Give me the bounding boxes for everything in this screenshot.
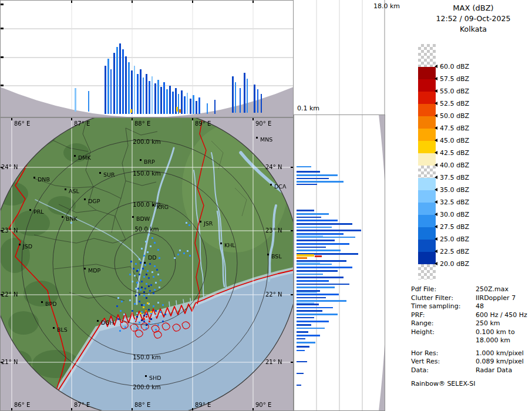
scale-label: 35.0 dBZ	[440, 186, 469, 194]
city-marker	[97, 320, 99, 322]
scale-tick-icon	[435, 225, 437, 228]
colorbar-block	[418, 129, 436, 141]
info-row: Time sampling:48	[411, 302, 532, 311]
scale-label-row: 40.0 dBZ	[435, 161, 469, 169]
city-label: ASL	[69, 188, 80, 194]
city-marker	[99, 172, 101, 174]
city-label: BRP	[144, 159, 155, 165]
lon-label: 87° E	[74, 402, 90, 408]
info-row: PRF:600 Hz / 450 Hz	[411, 311, 532, 320]
city-marker	[29, 209, 31, 211]
legend-header: MAX (dBZ) 12:52 / 09-Oct-2025 Kolkata	[415, 4, 532, 33]
city-marker	[270, 184, 272, 186]
scale-label-row: 30.0 dBZ	[435, 211, 469, 218]
scale-label: 25.0 dBZ	[440, 235, 469, 243]
scale-label-row: 60.0 dBZ	[435, 63, 469, 70]
city-marker	[153, 204, 154, 206]
city-label: DCA	[274, 183, 287, 190]
info-row: Vert Res:0.089 km/pixel	[411, 358, 532, 366]
colorbar-block	[418, 178, 436, 190]
scale-label-row: 27.5 dBZ	[435, 223, 469, 230]
scale-label: 55.0 dBZ	[440, 87, 469, 95]
lon-label: 88° E	[134, 120, 150, 127]
scale-label: 40.0 dBZ	[440, 161, 469, 169]
info-row: Hor Res:1.000 km/pixel	[411, 349, 532, 358]
scale-tick-icon	[435, 176, 437, 179]
xz-panel-svg	[0, 0, 294, 117]
radar-display-root: 18.0 km 0.1 km	[0, 0, 532, 411]
product-info-block: Pdf File:250Z.max Clutter Filter:IIRDopp…	[411, 285, 532, 388]
info-label: PRF:	[411, 311, 476, 320]
lon-label: 88° E	[134, 402, 150, 408]
info-value: 1.000 km/pixel	[476, 349, 524, 358]
info-spacer	[411, 345, 532, 349]
colorbar-block	[418, 203, 436, 215]
info-label	[411, 336, 476, 345]
colorbar-block-gap	[418, 166, 436, 178]
lon-label: 86° E	[14, 402, 30, 408]
lon-label: 86° E	[14, 120, 30, 127]
lon-label: 90° E	[255, 120, 271, 127]
colorbar-block	[418, 240, 436, 252]
colorbar-block	[418, 116, 436, 129]
info-value: 48	[476, 302, 484, 311]
lat-label: 22° N	[265, 291, 282, 298]
city-marker	[53, 327, 55, 329]
scale-label: 32.5 dBZ	[440, 198, 469, 206]
colorbar-block	[418, 190, 436, 203]
info-label: Height:	[411, 328, 476, 337]
scale-label: 45.0 dBZ	[440, 137, 469, 144]
legend-panel: MAX (dBZ) 12:52 / 09-Oct-2025 Kolkata	[385, 0, 532, 411]
scale-label-row: 20.0 dBZ	[435, 260, 469, 267]
city-marker	[256, 137, 258, 139]
colorbar-block	[418, 227, 436, 240]
info-value: 250Z.max	[476, 285, 509, 294]
scale-tick-icon	[435, 102, 437, 105]
info-row: Clutter Filter:IIRDoppler 7	[411, 294, 532, 303]
lon-label: 89° E	[195, 120, 211, 127]
scale-label: 30.0 dBZ	[440, 211, 469, 218]
range-ring-label: 50.0 km	[135, 226, 159, 233]
scale-tick-icon	[435, 237, 437, 241]
scale-tick-icon	[435, 139, 437, 142]
colorbar-block	[418, 92, 436, 104]
scale-label: 42.5 dBZ	[440, 149, 469, 157]
info-label: Clutter Filter:	[411, 294, 476, 303]
info-row: Pdf File:250Z.max	[411, 285, 532, 294]
city-marker	[19, 244, 21, 245]
radar-site-marker	[144, 262, 146, 264]
scale-tick-icon	[435, 213, 437, 216]
scale-label-row: 50.0 dBZ	[435, 112, 469, 119]
info-value: 0.089 km/pixel	[476, 358, 524, 366]
city-marker	[65, 188, 66, 190]
colorbar-block	[418, 153, 436, 166]
yz-cross-section-panel	[294, 114, 385, 411]
lat-label: 23° N	[1, 227, 18, 234]
info-row: Data:Radar Data	[411, 366, 532, 375]
product-timestamp: 12:52 / 09-Oct-2025	[415, 14, 532, 23]
scale-label: 47.5 dBZ	[440, 124, 469, 132]
colorbar-block	[418, 252, 436, 264]
scale-label-row: 45.0 dBZ	[435, 137, 469, 144]
info-value: 18.000 km	[476, 336, 510, 345]
scale-label: 60.0 dBZ	[440, 63, 469, 70]
xz-cross-section-panel	[0, 0, 294, 117]
city-label: BNK	[66, 215, 78, 222]
scale-label: 20.0 dBZ	[440, 260, 469, 268]
station-name: Kolkata	[415, 25, 532, 33]
range-ring-label: 200.0 km	[133, 384, 160, 390]
scale-label-row: 42.5 dBZ	[435, 149, 469, 156]
city-label: BDW	[136, 215, 150, 222]
scale-tick-icon	[435, 114, 437, 117]
scale-label-row: 32.5 dBZ	[435, 198, 469, 206]
lat-label: 24° N	[1, 164, 18, 170]
scale-tick-icon	[435, 250, 437, 253]
info-label: Time sampling:	[411, 302, 476, 311]
info-label: Hor Res:	[411, 349, 476, 358]
city-marker	[41, 301, 43, 303]
scale-label: 52.5 dBZ	[440, 100, 469, 107]
city-label: JSR	[203, 220, 213, 227]
scale-tick-icon	[435, 200, 437, 204]
scale-label-row: 47.5 dBZ	[435, 124, 469, 132]
height-axis-max-label: 18.0 km	[373, 2, 400, 10]
